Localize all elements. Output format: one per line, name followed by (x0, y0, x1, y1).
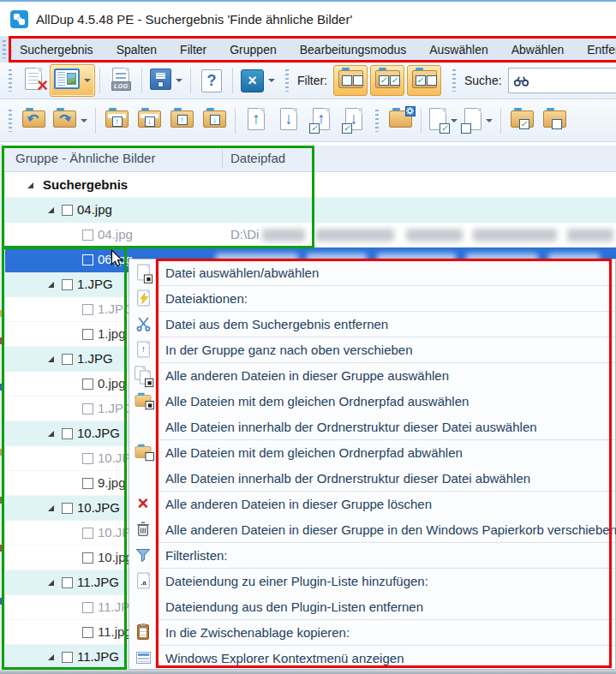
file-checkbox[interactable] (82, 230, 93, 241)
dropdown-arrow-icon[interactable] (81, 119, 87, 122)
doc-check-icon (133, 262, 153, 283)
context-menu-item-alle-dateien-mit-dem-gleichen-ordnerpfad-a[interactable]: Alle Dateien mit dem gleichen Ordnerpfad… (129, 439, 615, 465)
filter-label: Filter: (297, 74, 327, 87)
file-checkbox[interactable] (82, 304, 93, 315)
tree-row-04-jpg-group[interactable]: 04.jpg (5, 198, 616, 223)
file-arrow-down-check-button[interactable]: ↓✓ (338, 104, 370, 137)
menu-item-label: Datei aus dem Suchergebnis entfernen (165, 317, 388, 331)
file-checkbox[interactable] (82, 478, 93, 489)
file-checkbox[interactable] (82, 379, 93, 390)
undo-folder-button[interactable] (17, 104, 50, 137)
dropdown-arrow-icon[interactable] (176, 79, 182, 82)
file-checkbox[interactable] (82, 453, 93, 464)
expand-triangle-icon[interactable] (48, 356, 54, 362)
file-arrow-down-check-icon: ↓✓ (345, 108, 362, 134)
menu-suchergebnis[interactable]: Suchergebnis (20, 43, 93, 57)
folder-check-icon (133, 391, 153, 411)
dropdown-arrow-icon[interactable] (268, 79, 275, 82)
dropdown-arrow-icon[interactable] (84, 79, 91, 82)
dropdown-arrow-icon[interactable] (451, 119, 458, 122)
folder-open-up-button[interactable]: ↑ (100, 104, 133, 137)
context-menu-item-dateiendung-aus-den-plugin-listen-entferne[interactable]: Dateiendung aus den Plugin-Listen entfer… (129, 593, 615, 619)
file-checkbox[interactable] (62, 577, 73, 588)
context-menu-item-windows-explorer-kontextmen-anzeigen[interactable]: Windows Explorer Kontextmenü anzeigen (129, 645, 615, 670)
file-checkbox[interactable] (62, 428, 73, 439)
menu-ausw-hlen[interactable]: Auswählen (429, 43, 488, 57)
expand-triangle-icon[interactable] (48, 580, 54, 586)
context-menu-item-alle-anderen-dateien-in-dieser-gruppe-in-d[interactable]: Alle anderen Dateien in dieser Gruppe in… (129, 516, 615, 542)
folder-unchecked-button[interactable] (538, 104, 571, 137)
context-menu-item-alle-anderen-dateien-in-dieser-gruppe-ausw[interactable]: Alle anderen Dateien in dieser Gruppe au… (129, 362, 615, 388)
folder-settings-button[interactable] (384, 104, 416, 137)
file-checkbox[interactable] (62, 354, 73, 365)
expand-triangle-icon[interactable] (48, 431, 54, 437)
column-header-group[interactable]: Gruppe - Ähnliche Bilder (15, 151, 155, 165)
tree-row-04-jpg[interactable]: 04.jpgD:\Di (5, 223, 616, 248)
filter-files-checked-button[interactable]: ✓✓ (370, 65, 404, 96)
filter-files-mixed-button[interactable]: ✓ (407, 65, 441, 96)
close-window-button[interactable]: × (237, 64, 278, 97)
search-input[interactable] (534, 75, 616, 87)
context-menu-item-dateiaktionen[interactable]: Dateiaktionen: (129, 285, 615, 311)
column-divider[interactable] (222, 149, 223, 168)
file-arrow-up-check-button[interactable]: ↑✓ (305, 104, 338, 137)
context-menu-item-dateiendung-zu-einer-plugin-liste-hinzuf-g[interactable]: Dateiendung zu einer Plugin-Liste hinzuf… (129, 568, 615, 593)
file-unchecked-button[interactable] (461, 104, 496, 137)
context-menu-item-in-der-gruppe-ganz-nach-oben-verschieben[interactable]: In der Gruppe ganz nach oben verschieben (129, 337, 615, 362)
file-checkbox[interactable] (82, 552, 93, 564)
folder-open-down-button[interactable]: ↓ (133, 104, 165, 137)
log-window-button[interactable]: LOG (105, 64, 137, 97)
menu-bearbeitungsmodus[interactable]: Bearbeitungsmodus (300, 43, 407, 57)
menu-gruppen[interactable]: Gruppen (230, 43, 276, 57)
file-checkbox[interactable] (82, 528, 93, 539)
menu-item-label: Alle anderen Dateien in dieser Gruppe lö… (165, 497, 432, 511)
context-menu-item-datei-ausw-hlen-abw-hlen[interactable]: Datei auswählen/abwählen (129, 259, 615, 285)
context-menu-item-alle-dateien-innerhalb-der-ordnerstruktur-[interactable]: Alle Dateien innerhalb der Ordnerstruktu… (129, 414, 615, 439)
context-menu-item-in-die-zwischenablage-kopieren[interactable]: In die Zwischenablage kopieren: (129, 619, 615, 645)
folder-checked-button[interactable]: ✓ (505, 104, 538, 137)
save-button[interactable] (147, 64, 186, 97)
context-menu-item-datei-aus-dem-suchergebnis-entfernen[interactable]: Datei aus dem Suchergebnis entfernen (129, 311, 615, 337)
column-header-filepath[interactable]: Dateipfad (230, 151, 285, 165)
menu-spalten[interactable]: Spalten (117, 43, 157, 57)
file-checkbox[interactable] (62, 652, 73, 663)
file-label: 0.jpg (98, 376, 126, 391)
context-menu-item-filterlisten[interactable]: Filterlisten: (129, 542, 615, 568)
close-search-result-button[interactable]: × (17, 64, 50, 97)
context-menu-item-alle-anderen-dateien-in-dieser-gruppe-l-sc[interactable]: Alle anderen Dateien in dieser Gruppe lö… (129, 491, 615, 516)
redo-folder-button[interactable] (50, 104, 91, 137)
context-menu-item-alle-dateien-innerhalb-der-ordnerstruktur-[interactable]: Alle Dateien innerhalb der Ordnerstruktu… (129, 465, 615, 491)
file-checkbox[interactable] (82, 627, 93, 638)
file-checkbox[interactable] (82, 602, 93, 613)
help-button[interactable]: ? (195, 64, 228, 97)
folder-move-up-button[interactable]: ↑ (165, 104, 198, 137)
file-label: 1.jpg (98, 326, 126, 341)
menu-item-label: Datei auswählen/abwählen (165, 265, 319, 280)
expand-triangle-icon[interactable] (48, 282, 54, 288)
file-arrow-up-button[interactable]: ↑ (240, 104, 272, 137)
menu-entfernen[interactable]: Entfernen (587, 43, 616, 57)
expand-triangle-icon[interactable] (48, 654, 54, 660)
expand-triangle-icon[interactable] (48, 505, 54, 511)
file-checkbox[interactable] (62, 279, 73, 290)
tree-row-suchergebnis[interactable]: Suchergebnis (5, 173, 616, 198)
list-header[interactable]: Gruppe - Ähnliche Bilder Dateipfad (5, 146, 616, 172)
expand-triangle-icon[interactable] (48, 207, 54, 213)
preview-layout-button[interactable] (50, 64, 95, 97)
file-arrow-down-button[interactable]: ↓ (272, 104, 305, 137)
file-checkbox[interactable] (82, 403, 93, 415)
menu-filter[interactable]: Filter (180, 43, 206, 57)
filter-files-unchecked-button[interactable] (333, 65, 368, 96)
file-checkbox[interactable] (62, 205, 73, 216)
file-checkbox[interactable] (82, 329, 93, 340)
dropdown-arrow-icon[interactable] (486, 119, 493, 122)
context-menu-item-alle-dateien-mit-dem-gleichen-ordnerpfad-a[interactable]: Alle Dateien mit dem gleichen Ordnerpfad… (129, 388, 615, 414)
preview-layout-icon (54, 69, 80, 92)
file-checked-button[interactable]: ✓ (426, 104, 461, 137)
file-checkbox[interactable] (82, 254, 93, 265)
expand-triangle-icon[interactable] (27, 182, 33, 188)
menu-abw-hlen[interactable]: Abwählen (511, 43, 565, 57)
folder-move-down-button[interactable]: ↓ (198, 104, 230, 137)
folder-unchecked-icon (543, 110, 566, 131)
file-checkbox[interactable] (62, 503, 73, 514)
